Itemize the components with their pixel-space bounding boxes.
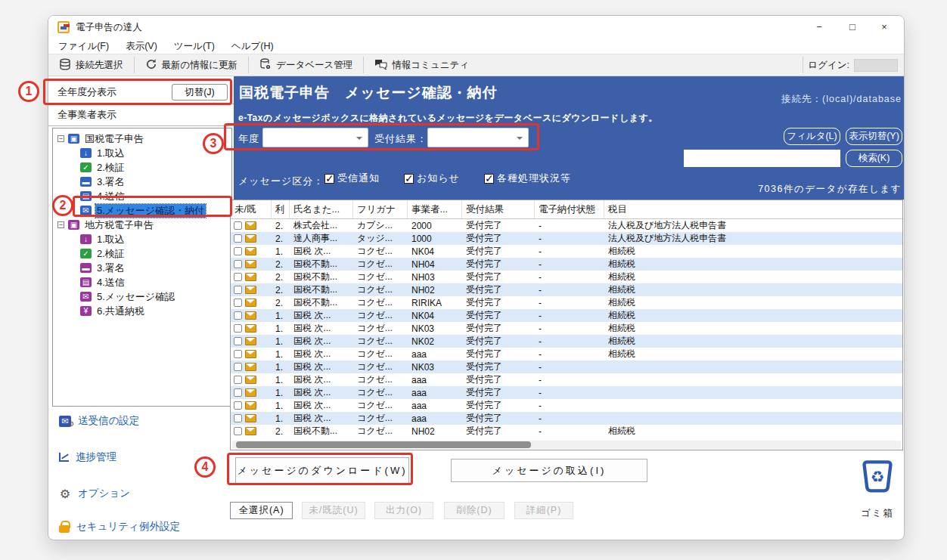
tree-item-local-2[interactable]: ✓2.検証 [53, 246, 231, 261]
table-cell: aaa [408, 413, 462, 424]
row-checkbox[interactable] [234, 388, 242, 397]
table-row[interactable]: 2.国税不動...コクゼ...NH03受付完了-相続税 [231, 271, 902, 283]
unread-read-cell [231, 286, 272, 294]
row-checkbox[interactable] [234, 299, 242, 307]
row-checkbox[interactable] [234, 414, 242, 422]
row-checkbox[interactable] [234, 427, 242, 435]
row-checkbox[interactable] [234, 350, 242, 358]
row-checkbox[interactable] [234, 247, 242, 255]
column-header[interactable]: 事業者... [408, 200, 462, 218]
table-cell: コクゼ... [353, 425, 408, 438]
column-header[interactable]: フリガナ [353, 200, 408, 218]
view-toggle-button[interactable]: 表示切替(Y) [846, 128, 902, 145]
minimize-button[interactable]: − [804, 16, 834, 39]
table-row[interactable]: 1.国税 次...コクゼ...aaa受付完了- [231, 412, 902, 425]
row-checkbox[interactable] [234, 311, 242, 320]
table-row[interactable]: 1.国税 次...コクゼ...NK02受付完了-相続税 [231, 335, 902, 348]
table-cell: NH04 [408, 259, 462, 270]
table-row[interactable]: 2.国税不動...コクゼ...NH02受付完了-相続税 [231, 425, 902, 438]
table-cell: 相続税 [604, 245, 902, 258]
column-header[interactable]: 未/既 [231, 200, 272, 218]
table-row[interactable]: 2.国税不動...コクゼ...NH02受付完了-相続税 [231, 283, 902, 296]
info-community-button[interactable]: 情報コミュニティ [364, 54, 480, 76]
tree-item-national-3[interactable]: ▬3.署名 [53, 175, 231, 189]
delete-button[interactable]: 削除(D) [444, 502, 505, 519]
column-header[interactable]: 税目 [604, 200, 902, 218]
checked-checkbox-icon[interactable] [404, 174, 414, 184]
output-button[interactable]: 出力(O) [374, 502, 433, 519]
horizontal-scrollbar[interactable] [232, 441, 901, 449]
table-row[interactable]: 1.国税 次...コクゼ...NK03受付完了- [231, 360, 902, 373]
database-management-button[interactable]: データベース管理 [249, 54, 363, 76]
table-row[interactable]: 1.国税 次...コクゼ...aaa受付完了-相続税 [231, 348, 902, 360]
tree-item-local-5[interactable]: ✉5.メッセージ確認 [53, 289, 231, 304]
tree-expander-icon[interactable] [57, 221, 64, 228]
tree-item-label: 2.検証 [95, 247, 126, 261]
options-link[interactable]: ⚙オプション [59, 485, 229, 502]
row-checkbox[interactable] [234, 234, 242, 243]
category-option-notice[interactable]: お知らせ [404, 172, 460, 185]
table-row[interactable]: 2.達人商事...タッジ...1000受付完了-法人税及び地方法人税申告書 [231, 232, 902, 245]
maximize-button[interactable]: □ [837, 16, 868, 39]
checked-checkbox-icon[interactable] [324, 174, 334, 184]
table-row[interactable]: 1.国税 次...コクゼ...NK04受付完了-相続税 [231, 309, 902, 322]
refresh-icon [145, 58, 157, 73]
search-button[interactable]: 検索(K) [846, 150, 902, 167]
menu-view[interactable]: 表示(V) [126, 40, 157, 53]
search-input[interactable] [684, 150, 840, 167]
connect-destination-button[interactable]: 接続先選択 [48, 54, 134, 76]
hscrollbar-thumb[interactable] [236, 441, 531, 448]
tree-item-local-6[interactable]: ¥6.共通納税 [53, 304, 231, 318]
send-receive-settings-link[interactable]: ✉送受信の設定 [59, 413, 229, 429]
unread-read-cell [231, 273, 272, 281]
table-row[interactable]: 2.株式会社...カブシ...2000受付完了-法人税及び地方法人税申告書 [231, 219, 902, 232]
filter-button[interactable]: フィルタ(L) [784, 128, 840, 145]
row-checkbox[interactable] [234, 286, 242, 294]
category-option-status[interactable]: 各種処理状況等 [484, 172, 571, 185]
menu-file[interactable]: ファイル(F) [58, 40, 109, 53]
detail-button[interactable]: 詳細(P) [514, 502, 573, 519]
checked-checkbox-icon[interactable] [484, 174, 494, 184]
column-header[interactable]: 電子納付状態 [535, 200, 604, 218]
trash-icon[interactable]: ♻ [859, 459, 896, 495]
table-row[interactable]: 2.国税不動...コクゼ...NH04受付完了-相続税 [231, 258, 902, 271]
table-row[interactable]: 1.国税 次...コクゼ...NK04受付完了-相続税 [231, 245, 902, 258]
row-checkbox[interactable] [234, 324, 242, 333]
row-checkbox[interactable] [234, 273, 242, 281]
table-row[interactable]: 1.国税 次...コクゼ...NK03受付完了-相続税 [231, 322, 902, 335]
table-row[interactable]: 1.国税 次...コクゼ...aaa受付完了- [231, 373, 902, 386]
table-row[interactable]: 1.国税 次...コクゼ...aaa受付完了- [231, 399, 902, 412]
table-cell: カブシ... [353, 219, 408, 232]
table-row[interactable]: 2.国税不動...コクゼ...RIRIKA受付完了-相続税 [231, 296, 902, 309]
row-checkbox[interactable] [234, 363, 242, 371]
column-header[interactable]: 受付結果 [462, 200, 535, 218]
tree-item-local-3[interactable]: ▬3.署名 [53, 261, 231, 275]
toggle-read-button[interactable]: 未/既読(U) [302, 502, 365, 519]
company-display-row: 全事業者表示 [48, 104, 234, 126]
tree-expander-icon[interactable] [57, 135, 64, 142]
tree-item-local-1[interactable]: ↓1.取込 [53, 232, 231, 246]
row-checkbox[interactable] [234, 221, 242, 230]
tree-item-local-4[interactable]: ▤4.送信 [53, 275, 231, 289]
menu-tools[interactable]: ツール(T) [174, 40, 215, 53]
security-exception-link[interactable]: セキュリティ例外設定 [59, 518, 229, 535]
refresh-button[interactable]: 最新の情報に更新 [135, 54, 249, 76]
close-button[interactable]: × [869, 16, 899, 39]
table-cell: 1. [272, 336, 290, 347]
menu-help[interactable]: ヘルプ(H) [231, 40, 274, 53]
tree-group-local[interactable]: ▣地方税電子申告 [53, 218, 231, 232]
row-checkbox[interactable] [234, 337, 242, 345]
tree-item-national-2[interactable]: ✓2.検証 [53, 160, 231, 175]
folder-local-icon: ▣ [68, 220, 79, 230]
row-checkbox[interactable] [234, 260, 242, 268]
table-cell: 1. [272, 362, 290, 373]
column-header[interactable]: 氏名また... [290, 200, 353, 218]
row-checkbox[interactable] [234, 376, 242, 384]
column-header[interactable]: 利 [272, 200, 290, 218]
message-import-button[interactable]: メッセージの取込(I) [451, 459, 647, 482]
select-all-button[interactable]: 全選択(A) [230, 502, 293, 519]
row-checkbox[interactable] [234, 401, 242, 410]
category-option-receipt[interactable]: 受信通知 [324, 172, 380, 185]
lock-icon [59, 525, 70, 533]
table-row[interactable]: 1.国税 次...コクゼ...aaa受付完了- [231, 386, 902, 399]
